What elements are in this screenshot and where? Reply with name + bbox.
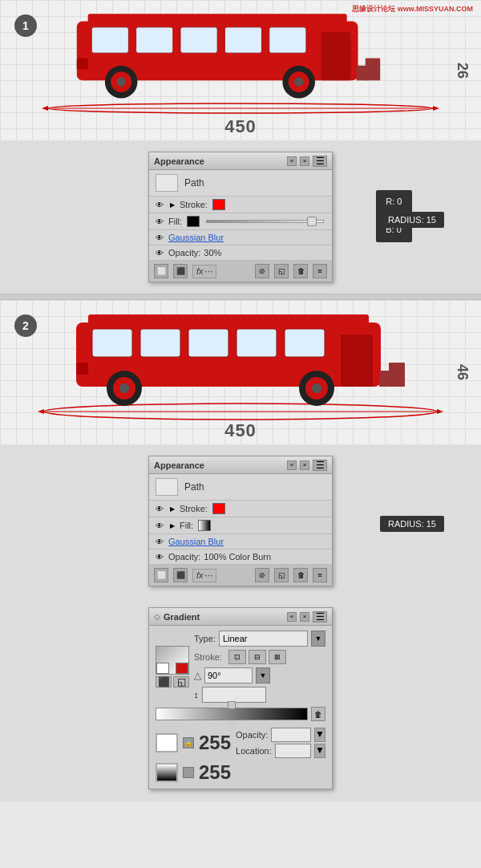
duplicate-icon-2[interactable]: ⬛ (173, 568, 188, 582)
panel-close-btn[interactable]: × (300, 156, 309, 166)
angle-row: △ 90° ▼ (194, 667, 325, 683)
radius-tooltip-2: RADIUS: 15 (380, 516, 444, 532)
svg-point-14 (117, 78, 126, 87)
gradient-stop-bottom[interactable] (228, 720, 236, 727)
new-layer-icon-2[interactable]: ⬜ (154, 568, 168, 582)
panel-footer-1: ⬜ ⬛ fx⋯ ⊘ ◱ 🗑 ≡ (149, 261, 332, 282)
gradient-white-box (156, 663, 169, 674)
gradient-menu-btn[interactable]: ☰ (313, 611, 327, 623)
gradient-ctrl-2[interactable]: ◱ (173, 676, 189, 688)
expand-icon-fill-2[interactable]: ▶ (168, 521, 176, 529)
delete-icon-2[interactable]: 🗑 (293, 568, 308, 582)
gradient-stop-top[interactable] (228, 701, 236, 709)
no-icon-2[interactable]: ⊘ (255, 568, 269, 582)
location-select-g[interactable] (275, 744, 311, 758)
more-icon-2[interactable]: ≡ (313, 568, 327, 582)
fill-label-1: Fill: (168, 217, 182, 226)
location-arrow[interactable]: ▼ (314, 744, 325, 758)
second-stop-swatch[interactable] (156, 763, 178, 782)
color-stop-row: 🔒 255 Opacity: ▼ Location: ▼ (156, 728, 325, 758)
fx-button-2[interactable]: fx⋯ (192, 569, 216, 582)
eye-icon-stroke-2[interactable]: 👁 (154, 504, 165, 513)
panel-collapse-btn[interactable]: « (287, 156, 297, 166)
opacity-label-1: Opacity: (168, 248, 200, 258)
svg-rect-8 (180, 27, 217, 53)
stroke-swatch-1[interactable] (212, 199, 225, 210)
panel-close-btn-2[interactable]: × (300, 460, 309, 470)
panel-menu-btn-2[interactable]: ☰ (313, 460, 327, 471)
reverse-icon: ↕ (194, 690, 199, 700)
gradient-close-btn[interactable]: × (300, 612, 309, 622)
opacity-row-2: 👁 Opacity: 100% Color Burn (149, 550, 332, 565)
fx-button-1[interactable]: fx⋯ (192, 265, 216, 278)
stroke-btn-2[interactable]: ⊟ (249, 650, 266, 664)
type-label: Type: (194, 634, 216, 643)
fill-label-2: Fill: (180, 521, 193, 530)
duplicate-icon[interactable]: ⬛ (173, 264, 188, 278)
stroke-swatch-2[interactable] (212, 503, 225, 514)
second-lock-icon[interactable] (183, 767, 194, 778)
delete-icon[interactable]: 🗑 (293, 264, 308, 278)
stroke-btn-1[interactable]: ⊡ (228, 650, 246, 664)
svg-rect-26 (88, 314, 369, 331)
layer-icon[interactable]: ◱ (274, 264, 289, 278)
fill-swatch-1[interactable] (187, 216, 200, 227)
panel-menu-btn[interactable]: ☰ (313, 156, 327, 167)
eye-icon-opacity-2[interactable]: 👁 (154, 552, 165, 562)
second-number-row: 255 (156, 761, 325, 784)
svg-rect-41 (389, 363, 405, 387)
panel-title-1: Appearance (154, 156, 204, 166)
stroke-buttons-row: Stroke: ⊡ ⊟ ⊠ (194, 650, 325, 664)
fill-swatch-gradient[interactable] (198, 520, 211, 531)
step-badge-1: 1 (14, 14, 37, 37)
eye-icon-fill-2[interactable]: 👁 (154, 521, 165, 530)
reverse-select[interactable] (202, 687, 266, 703)
path-thumb-2 (156, 478, 178, 496)
dimension-h-2: 46 (453, 364, 470, 380)
eye-icon-stroke-1[interactable]: 👁 (154, 200, 165, 209)
angle-icon: △ (194, 670, 201, 681)
opacity-value-2: 100% Color Burn (204, 552, 271, 562)
type-value[interactable]: Linear (219, 631, 308, 647)
panel-collapse-btn-2[interactable]: « (287, 460, 297, 470)
type-select-arrow[interactable]: ▼ (311, 631, 325, 647)
gaussian-label-1[interactable]: Gaussian Blur (168, 233, 224, 242)
stroke-btn-3[interactable]: ⊠ (269, 650, 286, 664)
angle-value[interactable]: 90° (204, 667, 253, 683)
expand-icon-stroke-1[interactable]: ▶ (168, 201, 176, 209)
opacity-arrow[interactable]: ▼ (314, 728, 325, 742)
stroke-label-2: Stroke: (180, 504, 208, 513)
slider-thumb-1[interactable] (307, 217, 317, 226)
more-icon[interactable]: ≡ (313, 264, 327, 278)
new-layer-icon[interactable]: ⬜ (154, 264, 168, 278)
no-icon[interactable]: ⊘ (255, 264, 269, 278)
panel-titlebar-2: Appearance « × ☰ (149, 456, 332, 474)
color-lock-icon[interactable]: 🔒 (183, 737, 194, 748)
gradient-titlebar: ◇ Gradient « × ☰ (149, 608, 332, 626)
eye-icon-opacity-1[interactable]: 👁 (154, 248, 165, 258)
gaussian-label-2[interactable]: Gaussian Blur (168, 537, 224, 546)
expand-icon-stroke-2[interactable]: ▶ (168, 505, 176, 513)
eye-icon-fill-1[interactable]: 👁 (154, 217, 165, 226)
big-number-1: 255 (199, 732, 231, 754)
gradient-type-row: ⬛ ◱ Type: Linear ▼ Stroke: ⊡ (156, 631, 325, 703)
panel-controls-1: « × ☰ (287, 156, 327, 167)
color-stop-swatch[interactable] (156, 733, 178, 752)
opacity-select-g[interactable] (271, 728, 311, 742)
svg-rect-39 (76, 363, 88, 375)
svg-rect-5 (88, 14, 347, 28)
fill-slider-1[interactable] (206, 220, 324, 223)
gradient-panel: ◇ Gradient « × ☰ (148, 607, 333, 789)
eye-icon-gaussian-2[interactable]: 👁 (154, 537, 165, 546)
dimension-w-2: 450 (224, 420, 257, 441)
eye-icon-gaussian-1[interactable]: 👁 (154, 233, 165, 242)
gradient-ctrl-1[interactable]: ⬛ (156, 676, 172, 688)
gradient-settings: Type: Linear ▼ Stroke: ⊡ ⊟ ⊠ (194, 631, 325, 703)
gradient-bar[interactable] (156, 708, 308, 720)
gradient-delete-btn[interactable]: 🗑 (311, 707, 325, 721)
gaussian-row-1: 👁 Gaussian Blur (149, 230, 332, 245)
location-label: Location: (236, 746, 272, 756)
gradient-collapse-btn[interactable]: « (287, 612, 297, 622)
layer-icon-2[interactable]: ◱ (274, 568, 289, 582)
angle-arrow[interactable]: ▼ (256, 667, 270, 683)
